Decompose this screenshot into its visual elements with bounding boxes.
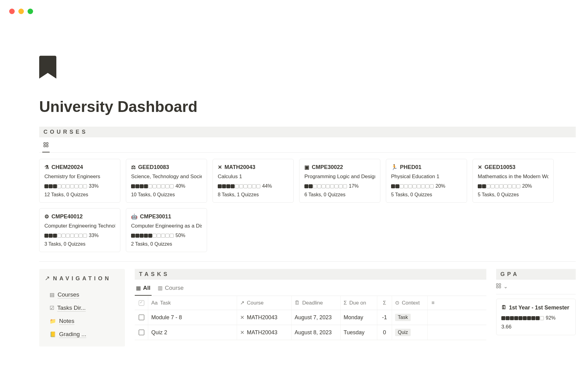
col-context[interactable]: ⊙Context [392,296,428,310]
courses-section-header: COURSES [39,127,576,137]
progress-pct: 17% [349,183,359,189]
gpa-block: GPA ⌄ 🗓 1st Year - 1st Semester 92% 3.66 [496,269,576,335]
task-name[interactable]: Module 7 - 8 [148,310,237,325]
task-due[interactable]: Tuesday [341,325,377,340]
tab-course-label: Course [165,285,183,291]
divider [39,261,576,262]
course-card[interactable]: 🤖 CMPE30011 Computer Engineering as a Di… [126,208,207,252]
gpa-section-header: GPA [496,269,576,280]
arrow-out-icon: ↗ [45,274,50,282]
course-card[interactable]: ▣ CMPE30022 Programming Logic and Design… [299,159,380,203]
formula-icon: Σ [344,300,347,306]
progress-bar [44,234,87,238]
course-code: CMPE40012 [51,213,83,220]
task-course[interactable]: ✕ MATH20043 [237,310,292,325]
course-meta: 3 Tasks, 0 Quizzes [44,241,115,247]
lines-icon: ≡ [432,300,435,306]
col-extra[interactable]: ≡ [428,296,439,310]
svg-rect-1 [47,143,48,144]
tab-course[interactable]: ▥ Course [156,283,185,296]
progress-pct: 20% [522,183,532,189]
course-code: CMPE30011 [140,213,171,220]
tasks-view-tabs: ▦ All ▥ Course [135,280,486,296]
col-task[interactable]: AaTask [148,296,237,310]
tab-all[interactable]: ▦ All [135,283,152,296]
course-name: Computer Engineering as a Discipline [131,223,202,229]
gallery-icon [43,142,48,149]
course-meta: 5 Tasks, 0 Quizzes [478,192,548,197]
minimize-window-button[interactable] [18,9,24,14]
table-icon: ▦ [136,285,141,291]
formula-icon: Σ [383,300,386,306]
task-deadline[interactable]: August 8, 2023 [292,325,341,340]
gpa-card[interactable]: 🗓 1st Year - 1st Semester 92% 3.66 [496,299,576,335]
col-deadline[interactable]: 🗓Deadline [292,296,341,310]
navigation-block: ↗ NAVIGATION ▤Courses☑Tasks Dir...📁Notes… [39,269,125,347]
nav-item[interactable]: 📁Notes [45,315,119,328]
nav-item-label: Notes [59,318,74,325]
course-name: Chemistry for Engineers [44,174,115,180]
calendar-icon: 🗓 [295,300,300,306]
task-extra [428,325,439,340]
tasks-table-header: AaTask ↗Course 🗓Deadline ΣDue on Σ ⊙Cont… [135,296,486,310]
course-name: Calculus 1 [218,174,288,180]
window-controls [9,9,33,14]
table-row[interactable]: Quiz 2 ✕ MATH20043 August 8, 2023 Tuesda… [135,325,486,340]
task-name[interactable]: Quiz 2 [148,325,237,340]
close-window-button[interactable] [9,9,15,14]
progress-bar [131,184,174,188]
course-icon: ✕ [478,164,482,171]
nav-item[interactable]: 📒Grading ... [45,328,119,341]
select-icon: ⊙ [395,300,399,306]
task-sigma: 0 [377,325,392,340]
course-card[interactable]: 🏃 PHED01 Physical Education 1 20% 5 Task… [386,159,467,203]
task-context[interactable]: Task [392,310,428,325]
course-icon: 🏃 [391,164,398,171]
task-deadline[interactable]: August 7, 2023 [292,310,341,325]
nav-item[interactable]: ▤Courses [45,288,119,301]
course-icon: ⚙ [44,213,49,220]
col-course[interactable]: ↗Course [237,296,292,310]
maximize-window-button[interactable] [28,9,33,14]
nav-item[interactable]: ☑Tasks Dir... [45,301,119,315]
svg-rect-3 [47,145,48,147]
course-meta: 12 Tasks, 0 Quizzes [44,192,115,197]
gallery-icon[interactable] [496,283,501,290]
nav-item-label: Grading ... [59,331,86,338]
task-course[interactable]: ✕ MATH20043 [237,325,292,340]
svg-rect-0 [44,143,46,144]
nav-item-label: Tasks Dir... [57,305,86,312]
course-card[interactable]: ⚖ GEED10083 Science, Technology and Soci… [126,159,207,203]
col-sigma[interactable]: Σ [377,296,392,310]
nav-item-icon: 📁 [50,318,56,324]
progress-pct: 50% [175,233,185,238]
course-meta: 2 Tasks, 0 Quizzes [131,241,202,247]
board-icon: ▥ [158,285,163,291]
col-due[interactable]: ΣDue on [341,296,377,310]
svg-rect-7 [499,286,501,288]
course-code: CMPE30022 [312,164,343,171]
table-row[interactable]: Module 7 - 8 ✕ MATH20043 August 7, 2023 … [135,310,486,325]
tab-all-label: All [143,285,150,291]
course-card[interactable]: ⚗ CHEM20024 Chemistry for Engineers 33% … [39,159,120,203]
task-due[interactable]: Monday [341,310,377,325]
progress-bar [478,184,520,188]
row-checkbox[interactable] [139,315,144,320]
nav-item-icon: ▤ [50,292,55,298]
task-context[interactable]: Quiz [392,325,428,340]
course-icon: ▣ [304,164,309,171]
chevron-down-icon[interactable]: ⌄ [503,283,508,290]
courses-view-tabs [39,137,576,153]
course-meta: 5 Tasks, 0 Quizzes [391,192,462,197]
gallery-view-tab[interactable] [42,140,50,152]
progress-pct: 44% [262,183,272,189]
course-card[interactable]: ⚙ CMPE40012 Computer Engineering Technol… [39,208,120,252]
calendar-icon: 🗓 [501,304,507,312]
tasks-table: AaTask ↗Course 🗓Deadline ΣDue on Σ ⊙Cont… [135,296,486,340]
course-card[interactable]: ✕ MATH20043 Calculus 1 44% 8 Tasks, 1 Qu… [213,159,294,203]
col-checkbox [135,296,148,310]
course-card[interactable]: ✕ GEED10053 Mathematics in the Modern Wo… [473,159,554,203]
course-code: MATH20043 [224,164,255,171]
nav-item-label: Courses [58,291,79,298]
row-checkbox[interactable] [139,330,144,335]
